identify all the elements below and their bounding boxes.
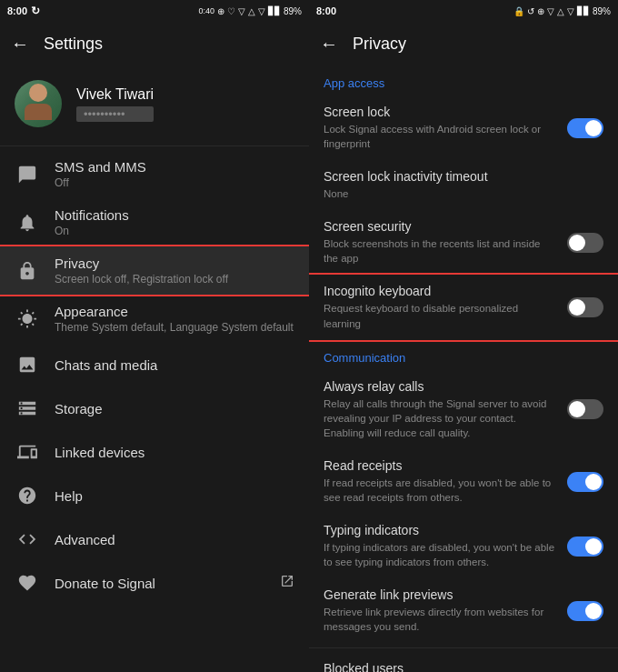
link-previews-toggle[interactable]	[567, 601, 603, 621]
advanced-label: Advanced	[55, 532, 115, 547]
communication-label: Communication	[309, 340, 618, 370]
read-receipts-info: Read receipts If read receipts are disab…	[324, 458, 556, 505]
sms-text: SMS and MMS Off	[55, 159, 146, 189]
help-icon	[15, 483, 40, 508]
sidebar-item-donate[interactable]: Donate to Signal	[0, 561, 309, 605]
typing-indicators-title: Typing indicators	[324, 523, 556, 537]
advanced-text: Advanced	[55, 532, 115, 547]
screen-lock-timeout-title: Screen lock inactivity timeout	[324, 169, 593, 184]
read-receipts-toggle[interactable]	[567, 472, 603, 492]
right-page-title: Privacy	[353, 35, 406, 54]
profile-info: Vivek Tiwari ••••••••••	[76, 86, 154, 122]
divider-right	[309, 647, 618, 648]
privacy-sub: Screen lock off, Registration lock off	[55, 273, 228, 286]
link-previews-title: Generate link previews	[324, 587, 556, 602]
chat-icon	[15, 162, 40, 187]
incognito-keyboard-info: Incognito keyboard Request keyboard to d…	[324, 284, 556, 330]
left-time: 8:00	[7, 5, 27, 16]
bell-icon	[15, 210, 40, 236]
app-access-label: App access	[309, 65, 618, 95]
right-status-bar: 8:00 🔒 ↺ ⊕ ▽ △ ▽ ▊▊ 89%	[309, 0, 618, 22]
relay-calls-toggle[interactable]	[567, 399, 603, 419]
sidebar-item-storage[interactable]: Storage	[0, 386, 309, 430]
left-panel: 8:00 ↻ 0:40 ⊕ ♡ ▽ △ ▽ ▊▊ 89% ← Settings …	[0, 0, 309, 672]
storage-text: Storage	[55, 401, 103, 416]
link-previews-desc: Retrieve link previews directly from web…	[324, 605, 556, 634]
left-top-bar: ← Settings	[0, 22, 309, 65]
screen-lock-toggle[interactable]	[567, 118, 603, 138]
sidebar-item-privacy[interactable]: Privacy Screen lock off, Registration lo…	[0, 246, 309, 295]
screen-security-toggle[interactable]	[567, 233, 603, 253]
left-menu: SMS and MMS Off Notifications On Privacy…	[0, 150, 309, 672]
setting-typing-indicators[interactable]: Typing indicators If typing indicators a…	[309, 514, 618, 578]
image-icon	[15, 352, 40, 377]
chats-text: Chats and media	[55, 357, 157, 373]
screen-lock-timeout-info: Screen lock inactivity timeout None	[324, 169, 593, 201]
incognito-keyboard-title: Incognito keyboard	[324, 284, 556, 298]
sidebar-item-linked[interactable]: Linked devices	[0, 430, 309, 474]
screen-lock-title: Screen lock	[324, 105, 556, 119]
setting-read-receipts[interactable]: Read receipts If read receipts are disab…	[309, 449, 618, 514]
screen-security-info: Screen security Block screenshots in the…	[324, 219, 556, 266]
typing-indicators-toggle[interactable]	[567, 537, 603, 557]
setting-screen-lock-timeout[interactable]: Screen lock inactivity timeout None	[309, 160, 618, 210]
privacy-text: Privacy Screen lock off, Registration lo…	[55, 256, 228, 286]
profile-number: ••••••••••	[76, 106, 154, 122]
sms-label: SMS and MMS	[55, 159, 146, 175]
sidebar-item-appearance[interactable]: Appearance Theme System default, Languag…	[0, 295, 309, 343]
sms-sub: Off	[55, 176, 146, 189]
left-status-left: 8:00 ↻	[7, 5, 40, 17]
sidebar-item-advanced[interactable]: Advanced	[0, 517, 309, 561]
blocked-users-title: Blocked users	[324, 661, 593, 673]
left-status-right: 0:40 ⊕ ♡ ▽ △ ▽ ▊▊ 89%	[198, 6, 302, 16]
storage-label: Storage	[55, 401, 103, 416]
appearance-sub: Theme System default, Language System de…	[55, 321, 294, 334]
devices-icon	[15, 439, 40, 465]
right-top-bar: ← Privacy	[309, 22, 618, 65]
right-back-button[interactable]: ←	[320, 34, 338, 55]
divider-1	[0, 145, 309, 146]
notifications-text: Notifications On	[55, 207, 129, 237]
blocked-users-info: Blocked users	[324, 661, 593, 673]
setting-blocked-users[interactable]: Blocked users	[309, 652, 618, 673]
profile-section[interactable]: Vivek Tiwari ••••••••••	[0, 65, 309, 142]
sidebar-item-sms[interactable]: SMS and MMS Off	[0, 150, 309, 198]
setting-screen-security[interactable]: Screen security Block screenshots in the…	[309, 210, 618, 275]
sun-icon	[15, 306, 40, 332]
setting-relay-calls[interactable]: Always relay calls Relay all calls throu…	[309, 370, 618, 449]
left-status-bar: 8:00 ↻ 0:40 ⊕ ♡ ▽ △ ▽ ▊▊ 89%	[0, 0, 309, 22]
screen-lock-info: Screen lock Lock Signal access with Andr…	[324, 105, 556, 151]
right-time: 8:00	[316, 5, 336, 16]
right-content: App access Screen lock Lock Signal acces…	[309, 65, 618, 672]
profile-name: Vivek Tiwari	[76, 86, 154, 103]
right-panel: 8:00 🔒 ↺ ⊕ ▽ △ ▽ ▊▊ 89% ← Privacy App ac…	[309, 0, 618, 672]
ext-link-icon	[280, 574, 294, 592]
code-icon	[15, 527, 40, 552]
donate-text: Donate to Signal	[55, 576, 155, 591]
screen-lock-desc: Lock Signal access with Android screen l…	[324, 122, 556, 151]
read-receipts-desc: If read receipts are disabled, you won't…	[324, 476, 556, 505]
appearance-text: Appearance Theme System default, Languag…	[55, 304, 294, 334]
appearance-label: Appearance	[55, 304, 294, 319]
notifications-label: Notifications	[55, 207, 129, 223]
link-previews-info: Generate link previews Retrieve link pre…	[324, 587, 556, 634]
storage-icon	[15, 396, 40, 421]
incognito-keyboard-toggle[interactable]	[567, 297, 603, 317]
screen-lock-timeout-desc: None	[324, 186, 593, 201]
setting-link-previews[interactable]: Generate link previews Retrieve link pre…	[309, 578, 618, 643]
right-status-left: 8:00	[316, 5, 336, 16]
lock-icon	[15, 258, 40, 284]
left-page-title: Settings	[44, 35, 103, 54]
help-label: Help	[55, 488, 83, 504]
relay-calls-info: Always relay calls Relay all calls throu…	[324, 379, 556, 440]
help-text: Help	[55, 488, 83, 504]
sidebar-item-notifications[interactable]: Notifications On	[0, 198, 309, 246]
linked-text: Linked devices	[55, 445, 145, 460]
sidebar-item-help[interactable]: Help	[0, 474, 309, 517]
left-back-button[interactable]: ←	[11, 34, 29, 55]
sidebar-item-chats[interactable]: Chats and media	[0, 343, 309, 386]
setting-incognito-keyboard[interactable]: Incognito keyboard Request keyboard to d…	[309, 275, 618, 339]
setting-screen-lock[interactable]: Screen lock Lock Signal access with Andr…	[309, 95, 618, 160]
notifications-sub: On	[55, 225, 129, 237]
linked-label: Linked devices	[55, 445, 145, 460]
